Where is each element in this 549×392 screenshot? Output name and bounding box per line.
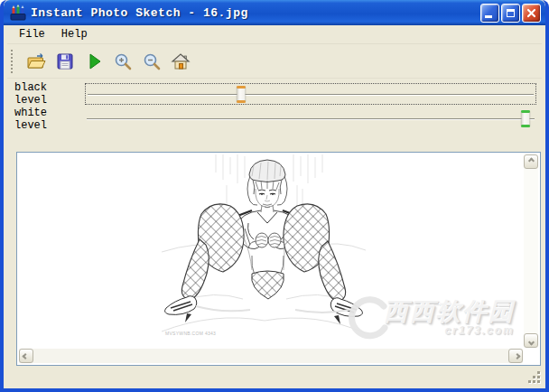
scroll-up-button[interactable] (524, 154, 538, 169)
open-folder-icon (26, 51, 46, 71)
scroll-down-button[interactable] (524, 333, 538, 348)
app-icon[interactable] (10, 5, 26, 21)
black-level-track[interactable] (88, 94, 534, 96)
horizontal-scrollbar[interactable] (19, 349, 523, 363)
zoom-in-button[interactable] (108, 48, 136, 75)
sketch-watermark-text: MVSYWNB.COM 4343 (165, 331, 216, 336)
minimize-icon (485, 15, 492, 18)
home-icon (171, 51, 191, 71)
open-button[interactable] (22, 48, 50, 75)
home-button[interactable] (166, 48, 194, 75)
zoom-in-icon (113, 51, 133, 71)
white-level-thumb[interactable] (520, 110, 530, 127)
run-button[interactable] (79, 48, 107, 75)
scroll-up-icon (527, 157, 534, 163)
site-watermark: 西西软件园 cr173.com (342, 294, 515, 341)
save-floppy-icon (55, 51, 75, 71)
toolbar-grip[interactable] (11, 50, 14, 73)
white-level-label: white level (14, 107, 85, 132)
menu-item-file[interactable]: File (11, 26, 53, 42)
vertical-scrollbar[interactable] (524, 154, 538, 348)
watermark-domain: cr173.com (445, 324, 515, 337)
app-window: Instant Photo Sketch - 16.jpg File Help (0, 0, 549, 392)
scroll-left-button[interactable] (19, 349, 33, 363)
black-level-slider[interactable] (85, 83, 536, 105)
sketch-image: MVSYWNB.COM 4343 (160, 154, 368, 346)
black-level-row: black level (14, 82, 536, 106)
maximize-icon (507, 9, 515, 17)
watermark-brand: 西西软件园 (384, 299, 515, 323)
black-level-thumb[interactable] (236, 86, 246, 103)
toolbar (7, 44, 542, 79)
maximize-button[interactable] (501, 4, 520, 23)
white-level-slider[interactable] (85, 108, 536, 130)
menubar: File Help (7, 25, 542, 44)
save-button[interactable] (51, 48, 79, 75)
scroll-right-button[interactable] (508, 349, 523, 363)
window-title: Instant Photo Sketch - 16.jpg (31, 6, 480, 20)
black-level-label: black level (14, 81, 85, 107)
close-icon (526, 8, 536, 18)
white-level-track[interactable] (87, 118, 535, 120)
run-play-icon (84, 51, 104, 71)
window-controls (480, 4, 541, 23)
white-level-row: white level (14, 107, 536, 131)
scroll-down-icon (527, 339, 534, 345)
titlebar[interactable]: Instant Photo Sketch - 16.jpg (4, 0, 545, 25)
minimize-button[interactable] (480, 4, 499, 23)
resize-grip[interactable] (528, 371, 541, 384)
zoom-out-button[interactable] (137, 48, 165, 75)
scroll-left-icon (22, 352, 28, 359)
image-canvas: MVSYWNB.COM 4343 西西软件园 cr173.com (16, 152, 541, 366)
zoom-out-icon (142, 51, 162, 71)
scroll-right-icon (514, 352, 520, 359)
menu-item-help[interactable]: Help (53, 26, 96, 42)
close-button[interactable] (522, 4, 541, 23)
